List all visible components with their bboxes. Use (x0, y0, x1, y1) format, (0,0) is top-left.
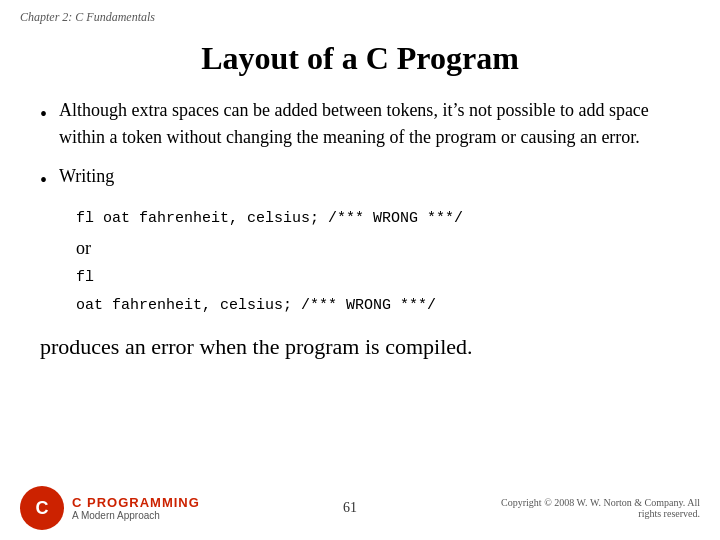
bullet-item-1: • Although extra spaces can be added bet… (40, 97, 680, 151)
logo-title: C PROGRAMMING (72, 495, 200, 510)
chapter-label: Chapter 2: C Fundamentals (20, 10, 155, 25)
footer: C C PROGRAMMING A Modern Approach 61 Cop… (0, 486, 720, 530)
bullet-text-2: Writing (59, 163, 680, 190)
logo-letter: C (36, 498, 49, 519)
code-line-2b: oat fahrenheit, celsius; /*** WRONG ***/ (76, 294, 680, 318)
logo-text-block: C PROGRAMMING A Modern Approach (72, 495, 200, 521)
code-line-1: fl oat fahrenheit, celsius; /*** WRONG *… (76, 207, 680, 231)
copyright-text: Copyright © 2008 W. W. Norton & Company.… (500, 497, 700, 519)
produces-text: produces an error when the program is co… (40, 330, 680, 363)
bullet-item-2: • Writing (40, 163, 680, 195)
bullet-icon-1: • (40, 99, 47, 129)
page-title: Layout of a C Program (0, 30, 720, 77)
logo-circle: C (20, 486, 64, 530)
or-label: or (76, 235, 680, 262)
code-line-2a: fl (76, 266, 680, 290)
logo-subtitle: A Modern Approach (72, 510, 200, 521)
bullet-text-1: Although extra spaces can be added betwe… (59, 97, 680, 151)
content-area: • Although extra spaces can be added bet… (40, 97, 680, 363)
footer-logo: C C PROGRAMMING A Modern Approach (20, 486, 200, 530)
page-number: 61 (343, 500, 357, 516)
bullet-icon-2: • (40, 165, 47, 195)
